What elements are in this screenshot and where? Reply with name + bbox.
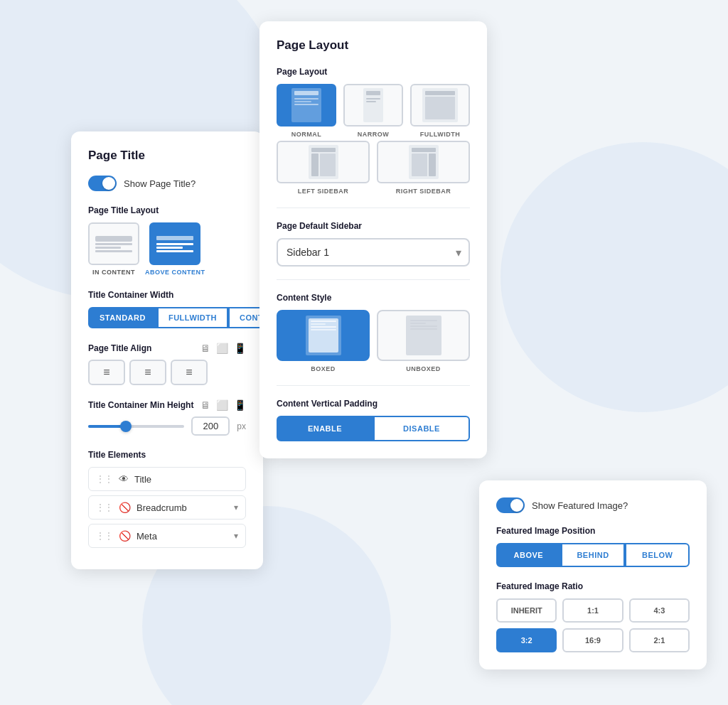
vert-padding-row: ENABLE DISABLE [277, 416, 470, 441]
page-layout-section-label: Page Layout [277, 67, 470, 77]
title-element-meta: ⋮⋮ 🚫 Meta ▾ [88, 524, 246, 548]
content-style-unboxed-label: UNBOXED [406, 365, 441, 372]
layout-card-left-sidebar[interactable]: LEFT SIDEBAR [277, 141, 370, 195]
background-blob-2 [500, 142, 728, 412]
page-title-align-label: Page Title Align [88, 343, 151, 353]
title-container-width-group: STANDARD FULLWIDTH CONTAINED [88, 307, 246, 328]
vert-enable-btn[interactable]: ENABLE [277, 416, 373, 441]
page-title-layout-options: IN CONTENT ABOVE CONTENT [88, 222, 246, 276]
desktop-icon: 🖥 [200, 343, 210, 354]
ratio-16-9-btn[interactable]: 16:9 [562, 628, 623, 652]
eye-icon-title[interactable]: 👁 [119, 473, 129, 485]
chevron-meta: ▾ [234, 531, 238, 541]
drag-handle-meta[interactable]: ⋮⋮ [96, 531, 113, 541]
width-fullwidth-btn[interactable]: FULLWIDTH [157, 307, 228, 328]
content-style-boxed[interactable]: BOXED [277, 310, 370, 372]
ratio-grid: INHERIT 1:1 4:3 3:2 16:9 2:1 [496, 598, 690, 652]
page-title-align-section: Page Title Align 🖥 ⬜ 📱 ≡ ≡ ≡ [88, 343, 246, 385]
element-name-meta: Meta [136, 531, 228, 542]
layout-label-right-sidebar: RIGHT SIDEBAR [396, 188, 451, 195]
show-page-title-toggle[interactable] [88, 176, 117, 191]
page-layout-grid-row2: LEFT SIDEBAR RIGHT SIDEBAR [277, 141, 470, 195]
page-layout-grid-row1: NORMAL NARROW [277, 84, 470, 138]
ratio-4-3-btn[interactable]: 4:3 [629, 598, 690, 623]
content-style-label: Content Style [277, 293, 470, 303]
title-container-width-label: Title Container Width [88, 290, 246, 300]
show-featured-image-label: Show Featured Image? [532, 500, 628, 511]
content-style-grid: BOXED UNBOXED [277, 310, 470, 372]
min-height-input[interactable]: 200 [191, 416, 230, 436]
layout-card-narrow[interactable]: NARROW [343, 84, 403, 138]
layout-icon-normal [277, 84, 336, 127]
min-height-device-icons: 🖥 ⬜ 📱 [200, 399, 246, 411]
featured-image-panel: Show Featured Image? Featured Image Posi… [479, 480, 707, 669]
layout-in-content-label: IN CONTENT [92, 269, 135, 276]
width-standard-btn[interactable]: STANDARD [88, 307, 157, 328]
slider-track[interactable] [88, 425, 184, 428]
page-layout-panel-heading: Page Layout [277, 38, 470, 53]
min-tablet-icon: ⬜ [216, 399, 228, 411]
feat-pos-below-btn[interactable]: BELOW [625, 543, 690, 567]
element-name-breadcrumb: Breadcrumb [136, 502, 228, 513]
align-left-btn[interactable]: ≡ [88, 360, 125, 385]
layout-in-content-btn[interactable]: IN CONTENT [88, 222, 139, 276]
featured-image-ratio-label: Featured Image Ratio [496, 581, 690, 591]
align-options: ≡ ≡ ≡ [88, 360, 246, 385]
show-featured-image-row: Show Featured Image? [496, 497, 690, 513]
eye-icon-meta[interactable]: 🚫 [119, 530, 131, 542]
title-elements-label: Title Elements [88, 450, 246, 460]
ratio-3-2-btn[interactable]: 3:2 [496, 628, 557, 652]
min-height-slider-row: 200 px [88, 416, 246, 436]
divider-1 [277, 208, 470, 208]
feat-pos-above-btn[interactable]: ABOVE [496, 543, 561, 567]
layout-icon-right-sidebar [377, 141, 470, 183]
title-element-breadcrumb: ⋮⋮ 🚫 Breadcrumb ▾ [88, 495, 246, 520]
min-desktop-icon: 🖥 [200, 399, 210, 411]
layout-in-content-icon [88, 222, 139, 265]
tablet-icon: ⬜ [216, 343, 228, 354]
align-right-btn[interactable]: ≡ [171, 360, 208, 385]
min-height-unit: px [237, 421, 246, 431]
layout-card-fullwidth[interactable]: FULLWIDTH [410, 84, 470, 138]
show-page-title-row: Show Page Title? [88, 176, 246, 191]
content-style-unboxed[interactable]: UNBOXED [377, 310, 470, 372]
layout-card-right-sidebar[interactable]: RIGHT SIDEBAR [377, 141, 470, 195]
slider-fill [88, 425, 122, 428]
ratio-inherit-btn[interactable]: INHERIT [496, 598, 557, 623]
show-page-title-label: Show Page Title? [124, 178, 196, 189]
layout-above-content-icon [149, 222, 200, 265]
page-default-sidebar-label: Page Default Sidebar [277, 221, 470, 231]
page-title-layout-label: Page Title Layout [88, 205, 246, 215]
content-icon-boxed [277, 310, 370, 361]
content-vertical-padding-label: Content Vertical Padding [277, 399, 470, 409]
title-elements-list: ⋮⋮ 👁 Title ⋮⋮ 🚫 Breadcrumb ▾ ⋮⋮ 🚫 Meta ▾ [88, 467, 246, 548]
eye-icon-breadcrumb[interactable]: 🚫 [119, 502, 131, 513]
layout-icon-narrow [343, 84, 403, 127]
vert-disable-btn[interactable]: DISABLE [373, 416, 470, 441]
drag-handle-breadcrumb[interactable]: ⋮⋮ [96, 502, 113, 512]
feat-pos-behind-btn[interactable]: BEHIND [561, 543, 626, 567]
layout-above-content-btn[interactable]: ABOVE CONTENT [145, 222, 205, 276]
layout-label-left-sidebar: LEFT SIDEBAR [298, 188, 349, 195]
layout-card-normal[interactable]: NORMAL [277, 84, 336, 138]
show-featured-image-toggle[interactable] [496, 497, 525, 513]
align-center-btn[interactable]: ≡ [129, 360, 166, 385]
mobile-icon: 📱 [234, 343, 246, 354]
divider-2 [277, 279, 470, 280]
device-icons: 🖥 ⬜ 📱 [200, 343, 246, 354]
content-icon-unboxed [377, 310, 470, 361]
slider-thumb[interactable] [120, 421, 132, 432]
featured-image-position-label: Featured Image Position [496, 526, 690, 536]
sidebar-select[interactable]: Sidebar 1 Sidebar 2 Sidebar 3 [277, 238, 470, 267]
sidebar-select-wrapper: Sidebar 1 Sidebar 2 Sidebar 3 ▾ [277, 238, 470, 267]
drag-handle-title[interactable]: ⋮⋮ [96, 474, 113, 484]
min-height-label: Title Container Min Height [88, 400, 193, 410]
chevron-breadcrumb: ▾ [234, 502, 238, 512]
layout-label-narrow: NARROW [358, 131, 390, 138]
layout-above-content-label: ABOVE CONTENT [145, 269, 205, 276]
title-element-title: ⋮⋮ 👁 Title [88, 467, 246, 491]
ratio-2-1-btn[interactable]: 2:1 [629, 628, 690, 652]
ratio-1-1-btn[interactable]: 1:1 [562, 598, 623, 623]
content-style-boxed-label: BOXED [311, 365, 336, 372]
divider-3 [277, 385, 470, 386]
